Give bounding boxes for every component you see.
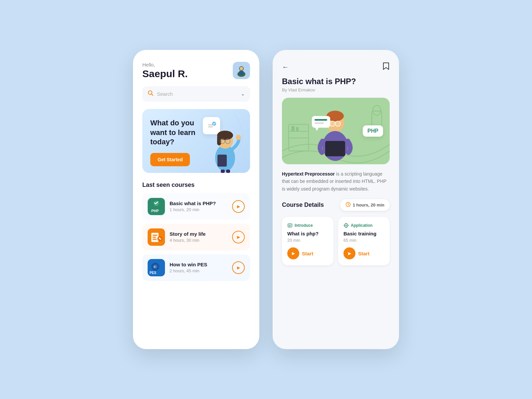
course-info: How to win PES 2 hours, 45 min <box>170 262 227 273</box>
svg-rect-50 <box>312 116 330 128</box>
course-thumbnail-pes: PES ≡ <box>148 259 165 276</box>
top-nav: ← <box>282 62 390 72</box>
svg-rect-39 <box>291 126 295 131</box>
php-badge: PHP <box>363 125 383 137</box>
bookmark-icon[interactable] <box>382 62 390 72</box>
svg-rect-40 <box>296 127 299 131</box>
module-name: What is php? <box>287 231 328 236</box>
play-button[interactable]: ▶ <box>232 231 245 243</box>
back-button[interactable]: ← <box>282 63 289 71</box>
svg-rect-27 <box>153 239 157 240</box>
svg-text:PHP: PHP <box>151 209 159 213</box>
module-duration: 20 min <box>287 238 328 243</box>
module-card-introduce: Introduce What is php? 20 min ▶ Start <box>282 217 333 265</box>
module-type-application: Application <box>343 223 384 228</box>
svg-rect-19 <box>226 170 230 173</box>
course-duration: 2 hours, 45 min <box>170 268 227 273</box>
svg-text:✎: ✎ <box>159 237 161 241</box>
course-item[interactable]: PES ≡ How to win PES 2 hours, 45 min ▶ <box>142 254 250 281</box>
search-input-placeholder[interactable]: Search <box>157 91 238 97</box>
course-details-row: Course Details 1 hours, 20 min <box>282 199 390 211</box>
svg-rect-17 <box>217 155 227 167</box>
start-label: Start <box>358 251 369 256</box>
course-description: Hypertext Preprocessor is a scripting la… <box>282 170 390 193</box>
search-bar[interactable]: Search ⌄ <box>142 86 250 102</box>
play-button[interactable]: ▶ <box>232 200 245 213</box>
last-seen-section-title: Last seen courses <box>142 182 250 189</box>
course-name: How to win PES <box>170 262 227 267</box>
module-card-application: Application Basic training 65 min ▶ Star… <box>338 217 390 265</box>
banner: What do you want to learn today? Get Sta… <box>142 109 250 173</box>
svg-rect-49 <box>325 141 345 156</box>
svg-rect-3 <box>239 71 244 75</box>
svg-point-45 <box>330 121 335 126</box>
svg-rect-37 <box>289 131 309 132</box>
svg-rect-38 <box>289 138 309 138</box>
svg-line-56 <box>348 205 349 205</box>
module-type-label: Application <box>351 223 372 228</box>
svg-text:≡: ≡ <box>154 265 156 269</box>
course-title: Basic what is PHP? <box>282 77 390 86</box>
svg-rect-18 <box>221 170 225 173</box>
svg-text:PES: PES <box>150 271 156 275</box>
modules-grid: Introduce What is php? 20 min ▶ Start <box>282 217 390 265</box>
course-author: By Vlad Ermakov <box>282 87 390 92</box>
duration-text: 1 hours, 20 min <box>353 202 384 207</box>
course-name: Basic what is PHP? <box>170 200 227 206</box>
module-name: Basic training <box>343 231 384 236</box>
play-button[interactable]: ▶ <box>232 261 245 274</box>
svg-rect-52 <box>315 119 327 121</box>
course-info: Basic what is PHP? 1 hours, 20 min <box>170 200 227 212</box>
svg-point-46 <box>335 121 340 126</box>
course-thumbnail-php: PHP <box>148 198 165 215</box>
start-label: Start <box>302 251 313 256</box>
module-type-introduce: Introduce <box>287 223 328 228</box>
start-circle-icon: ▶ <box>287 247 299 259</box>
svg-point-61 <box>345 225 347 226</box>
course-name: Story of my life <box>170 231 227 237</box>
svg-rect-53 <box>315 122 324 124</box>
start-button-application[interactable]: ▶ Start <box>343 247 384 259</box>
description-bold: Hypertext Preprocessor <box>282 171 335 177</box>
banner-illustration <box>203 121 247 173</box>
svg-point-16 <box>236 135 241 140</box>
svg-point-2 <box>240 67 243 70</box>
module-duration: 65 min <box>343 238 384 243</box>
search-icon <box>148 90 154 98</box>
course-duration: 4 hours, 30 min <box>170 238 227 243</box>
course-details-label: Course Details <box>282 201 324 208</box>
svg-rect-25 <box>153 235 157 236</box>
course-info: Story of my life 4 hours, 30 min <box>170 231 227 243</box>
svg-rect-57 <box>288 224 292 227</box>
course-item[interactable]: PHP Basic what is PHP? 1 hours, 20 min ▶ <box>142 193 250 220</box>
duration-chip: 1 hours, 20 min <box>340 199 390 211</box>
course-thumbnail-story: ✎ <box>148 228 165 246</box>
right-phone: ← Basic what is PHP? By Vlad Ermakov <box>273 50 399 349</box>
course-hero-image: PHP <box>282 98 390 164</box>
chevron-down-icon[interactable]: ⌄ <box>241 91 245 96</box>
start-button-introduce[interactable]: ▶ Start <box>287 247 328 259</box>
course-item[interactable]: ✎ Story of my life 4 hours, 30 min ▶ <box>142 224 250 250</box>
course-duration: 1 hours, 20 min <box>170 207 227 212</box>
left-phone: Hello, Saepul R. Search ⌄ What <box>133 50 259 349</box>
clock-icon <box>345 202 351 208</box>
avatar[interactable] <box>233 62 250 79</box>
svg-line-5 <box>152 94 153 96</box>
module-type-label: Introduce <box>295 223 313 228</box>
start-circle-icon: ▶ <box>343 247 355 259</box>
svg-rect-26 <box>153 237 156 238</box>
